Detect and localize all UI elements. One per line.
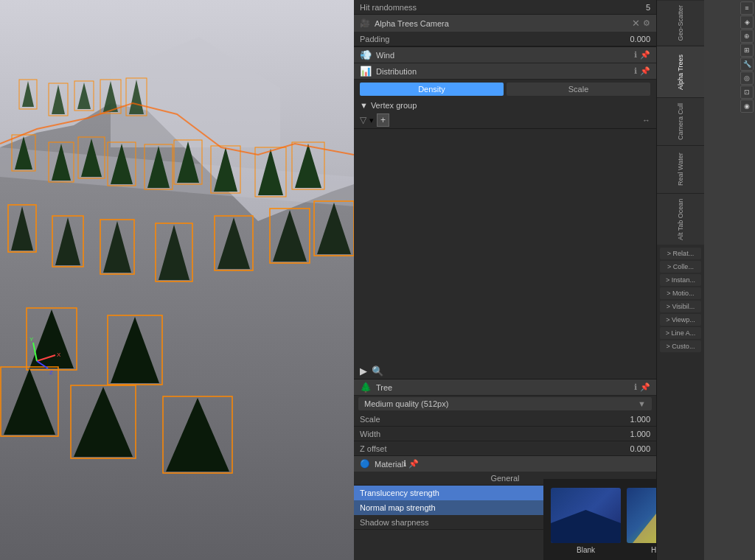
- dist-pin-icon[interactable]: 📌: [640, 66, 650, 76]
- wind-section-header[interactable]: 💨 Wind ℹ 📌: [354, 47, 656, 63]
- thumb-blank-label: Blank: [577, 546, 595, 554]
- thumb-blank-img: [551, 488, 621, 543]
- tree-section-header[interactable]: 🌲 Tree ℹ 📌: [354, 379, 656, 396]
- shadow-label: Shadow sharpness: [360, 518, 429, 527]
- camera-cull-label: Camera Cull: [677, 103, 684, 140]
- dist-info-icons: ℹ 📌: [634, 66, 650, 76]
- filter-arrow: ▾: [369, 116, 374, 125]
- svg-text:Z: Z: [49, 369, 53, 376]
- camera-header: 🎥 Alpha Trees Camera ✕ ⚙: [354, 15, 656, 32]
- viewport[interactable]: X Y Z: [0, 0, 354, 560]
- tree-info-icon[interactable]: ℹ: [634, 382, 637, 392]
- right-item-visibil[interactable]: > Visibil...: [660, 301, 701, 312]
- material-pin-icon[interactable]: 📌: [408, 459, 419, 468]
- right-item-motio[interactable]: > Motio...: [660, 287, 701, 299]
- width-value: 1.000: [630, 430, 650, 438]
- distribution-title: Distribution: [376, 67, 417, 76]
- center-right: Hit randomness 5 🎥 Alpha Trees Camera ✕ …: [354, 0, 755, 560]
- scale-tab[interactable]: Scale: [507, 83, 650, 96]
- svg-text:X: X: [57, 351, 61, 358]
- z-offset-label: Z offset: [360, 444, 386, 453]
- camera-section: 🎥 Alpha Trees Camera ✕ ⚙ Padding 0.000: [354, 15, 656, 47]
- vertex-group-header: ▼ Vertex group: [354, 99, 656, 112]
- distribution-header[interactable]: 📊 Distribution ℹ 📌: [354, 63, 656, 80]
- translucency-label: Translucency strength: [360, 489, 439, 497]
- thumb-blank[interactable]: Blank: [551, 488, 621, 554]
- material-icon: 🔵: [360, 459, 370, 469]
- density-tab[interactable]: Density: [360, 83, 504, 96]
- thumb-height-bg: [627, 488, 656, 543]
- camera-title: Alpha Trees Camera: [375, 19, 449, 28]
- distribution-tabs: Density Scale: [354, 80, 656, 99]
- search-row: ▶ 🔍: [354, 363, 656, 379]
- filter-icon: ▽: [360, 115, 366, 125]
- right-item-relat[interactable]: > Relat...: [660, 248, 701, 259]
- main-layout: X Y Z Hit randomness 5 🎥 Alpha Trees Cam…: [0, 0, 755, 560]
- z-offset-row: Z offset 0.000: [354, 441, 656, 456]
- thumbnail-strip: Blank Height: [543, 479, 656, 560]
- scale-row: Scale 1.000: [354, 412, 656, 427]
- distribution-section: 📊 Distribution ℹ 📌 Density Scale: [354, 63, 656, 99]
- wind-title: Wind: [376, 51, 394, 60]
- thumb-blank-bg: [551, 488, 621, 543]
- svg-text:Y: Y: [29, 336, 34, 343]
- search-button[interactable]: 🔍: [372, 365, 383, 377]
- vertex-group-triangle: ▼: [360, 101, 368, 110]
- distribution-icon: 📊: [360, 66, 372, 77]
- thumb-height-img: [627, 488, 656, 543]
- scene-canvas: X Y Z: [0, 0, 354, 560]
- alpha-trees-label: Alpha Trees: [677, 54, 684, 89]
- hit-randomness-row: Hit randomness 5: [354, 0, 656, 15]
- width-label: Width: [360, 430, 380, 438]
- material-info-icon[interactable]: ℹ: [403, 459, 406, 468]
- right-item-linea[interactable]: > Line A...: [660, 327, 701, 339]
- normal-map-label: Normal map strength: [360, 503, 436, 512]
- wind-pin-icon[interactable]: 📌: [640, 50, 650, 60]
- tree-pin-icon[interactable]: 📌: [640, 382, 650, 392]
- far-right-tabs: Geo-Scatter Alpha Trees Camera Cull Real…: [657, 0, 704, 245]
- right-item-custo[interactable]: > Custo...: [660, 340, 701, 352]
- z-offset-value: 0.000: [630, 444, 650, 453]
- quality-label: Medium quality (512px): [364, 399, 448, 408]
- camera-cull-tab[interactable]: Camera Cull: [657, 97, 704, 145]
- properties-area: Hit randomness 5 🎥 Alpha Trees Camera ✕ …: [354, 0, 656, 560]
- geo-scatter-tab[interactable]: Geo-Scatter: [657, 0, 704, 46]
- quality-arrow-icon: ▼: [638, 399, 646, 408]
- padding-label: Padding: [360, 35, 389, 43]
- play-button[interactable]: ▶: [360, 365, 367, 377]
- vertex-group-label: Vertex group: [371, 101, 417, 110]
- vertex-group-add-button[interactable]: +: [377, 113, 389, 127]
- alt-tab-ocean-label: Alt Tab Ocean: [677, 198, 684, 239]
- alpha-trees-tab[interactable]: Alpha Trees: [657, 46, 704, 97]
- tree-section-icon: 🌲: [360, 382, 372, 393]
- double-arrow-icon[interactable]: ↔: [642, 116, 650, 125]
- wind-info-icons: ℹ 📌: [634, 50, 650, 60]
- scale-value: 1.000: [630, 415, 650, 424]
- padding-value: 0.000: [630, 35, 650, 43]
- geo-scatter-label: Geo-Scatter: [677, 5, 684, 41]
- wind-icon: 💨: [360, 49, 372, 60]
- camera-close-button[interactable]: ✕: [632, 18, 640, 29]
- camera-settings-button[interactable]: ⚙: [643, 18, 650, 28]
- real-water-label: Real Water: [677, 153, 684, 186]
- width-row: Width 1.000: [354, 427, 656, 441]
- material-info-icons: ℹ 📌: [403, 459, 419, 469]
- quality-dropdown[interactable]: Medium quality (512px) ▼: [358, 397, 652, 410]
- camera-icon: 🎥: [360, 18, 370, 28]
- far-right-panel: Geo-Scatter Alpha Trees Camera Cull Real…: [656, 0, 704, 560]
- alt-tab-ocean-tab[interactable]: Alt Tab Ocean: [657, 193, 704, 245]
- vertex-group-row: ▽ ▾ + ↔: [354, 112, 656, 129]
- hit-randomness-value: 5: [646, 3, 650, 12]
- tree-section-title: Tree: [376, 383, 392, 392]
- material-header[interactable]: 🔵 Material ℹ 📌: [354, 456, 656, 472]
- real-water-tab[interactable]: Real Water: [657, 145, 704, 193]
- tree-info-icons: ℹ 📌: [634, 382, 650, 392]
- right-items-area: > Relat... > Colle... > Instan... > Moti…: [657, 245, 704, 560]
- wind-info-icon[interactable]: ℹ: [634, 50, 637, 60]
- thumb-height[interactable]: Height: [627, 488, 656, 554]
- right-item-viewp[interactable]: > Viewp...: [660, 314, 701, 326]
- dist-info-icon[interactable]: ℹ: [634, 66, 637, 76]
- right-item-colle[interactable]: > Colle...: [660, 261, 701, 273]
- right-item-instan[interactable]: > Instan...: [660, 274, 701, 286]
- padding-row: Padding 0.000: [354, 32, 656, 46]
